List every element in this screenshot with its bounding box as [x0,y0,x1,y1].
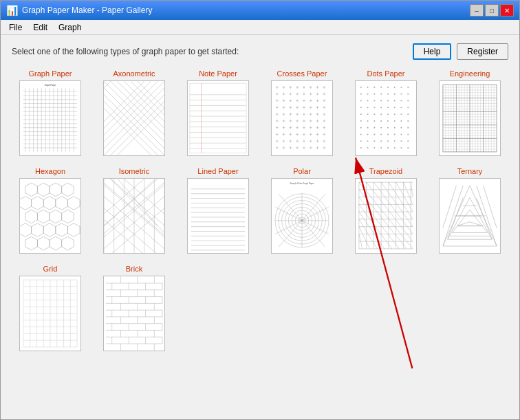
paper-item-note[interactable]: Note Paper [180,69,257,156]
svg-point-289 [380,140,382,142]
paper-item-brick[interactable]: Brick [96,265,173,351]
paper-label-grid: Grid [43,265,58,273]
app-icon: 📊 [6,5,18,16]
svg-point-265 [380,120,382,122]
paper-item-trapezoid[interactable]: Trapezoid [347,167,424,254]
paper-label-graph: Graph Paper [29,69,72,78]
svg-marker-363 [62,183,74,197]
svg-point-246 [360,107,362,108]
paper-thumb-polar: Sample Polar Graph Paper [271,178,333,254]
svg-point-232 [373,93,375,95]
svg-line-483 [477,198,492,240]
paper-label-ternary: Ternary [457,167,483,175]
paper-item-engineering[interactable]: Engineering [431,69,508,156]
menu-graph[interactable]: Graph [53,21,87,34]
paper-item-ternary[interactable]: Ternary [431,167,508,254]
svg-point-257 [380,113,382,115]
svg-point-297 [380,147,382,148]
svg-point-224 [373,87,375,88]
svg-point-253 [407,107,409,108]
paper-label-hexagon: Hexagon [35,167,65,175]
svg-marker-362 [50,183,62,197]
paper-label-axonometric: Axonometric [113,69,155,78]
paper-item-grid[interactable]: Grid [12,265,89,351]
svg-point-438 [301,219,303,221]
svg-point-266 [387,120,389,122]
paper-item-lined[interactable]: Lined Paper [180,167,257,254]
svg-point-272 [373,127,375,129]
svg-point-287 [367,140,369,142]
svg-line-43 [104,81,144,155]
svg-marker-475 [457,222,482,226]
svg-marker-379 [37,236,50,250]
paper-label-engineering: Engineering [450,69,490,78]
svg-line-38 [138,81,164,155]
svg-point-267 [394,120,396,122]
svg-marker-371 [50,210,62,223]
svg-point-242 [387,100,389,102]
paper-item-dots[interactable]: Dots Paper [347,69,424,156]
register-button[interactable]: Register [457,43,508,60]
paper-thumb-dots [355,80,417,156]
svg-point-237 [407,93,409,95]
svg-point-283 [394,133,396,135]
svg-point-255 [367,113,369,115]
paper-item-graph[interactable]: Graph Paper Graph Paper [12,69,89,156]
svg-point-240 [373,100,375,102]
paper-item-axonometric[interactable]: Axonometric [96,69,173,156]
instruction-text: Select one of the following types of gra… [12,47,239,56]
svg-point-235 [394,93,396,95]
svg-text:Sample Polar Graph Paper: Sample Polar Graph Paper [290,182,314,185]
paper-thumb-trapezoid [355,178,417,254]
svg-point-254 [360,113,362,115]
paper-thumb-lined [187,178,249,254]
paper-item-hexagon[interactable]: Hexagon [12,167,89,254]
svg-point-245 [407,100,409,102]
svg-marker-365 [32,197,44,210]
svg-point-268 [401,120,402,122]
paper-item-polar[interactable]: Polar Sample Polar Graph Paper [263,167,340,254]
svg-point-225 [380,87,382,88]
paper-thumb-hexagon [19,178,81,254]
svg-point-233 [380,93,382,95]
svg-marker-374 [32,223,44,237]
svg-text:Graph Paper: Graph Paper [45,84,56,87]
paper-thumb-brick [103,276,165,351]
svg-marker-369 [25,210,38,223]
svg-point-274 [387,127,389,129]
close-button[interactable]: ✕ [500,4,514,16]
svg-line-468 [359,212,384,249]
svg-line-459 [373,182,413,234]
menu-edit[interactable]: Edit [28,21,53,34]
svg-point-250 [387,107,389,108]
svg-point-262 [360,120,362,122]
title-controls: – □ ✕ [470,4,514,16]
menu-file[interactable]: File [3,21,28,34]
window-title: Graph Paper Maker - Paper Gallery [22,5,152,15]
svg-marker-375 [43,223,56,237]
svg-marker-364 [20,197,32,210]
svg-marker-372 [62,210,74,223]
svg-marker-378 [25,236,38,250]
paper-thumb-crosses [271,80,333,156]
paper-item-crosses[interactable]: Crosses Paper [263,69,340,156]
svg-point-293 [407,140,409,142]
paper-label-polar: Polar [293,167,311,175]
svg-point-226 [387,87,389,88]
paper-thumb-isometric [103,178,165,254]
svg-point-282 [387,133,389,135]
paper-label-isometric: Isometric [119,167,150,175]
restore-button[interactable]: □ [485,4,499,16]
help-button[interactable]: Help [413,43,452,60]
svg-point-248 [373,107,375,108]
svg-point-270 [360,127,362,129]
svg-point-275 [394,127,396,129]
paper-gallery: Graph Paper Graph Paper [12,69,508,351]
minimize-button[interactable]: – [470,4,484,16]
svg-marker-473 [448,198,492,240]
svg-point-273 [380,127,382,129]
svg-point-229 [407,87,409,88]
svg-marker-377 [67,223,80,237]
paper-item-isometric[interactable]: Isometric [96,167,173,254]
svg-point-258 [387,113,389,115]
